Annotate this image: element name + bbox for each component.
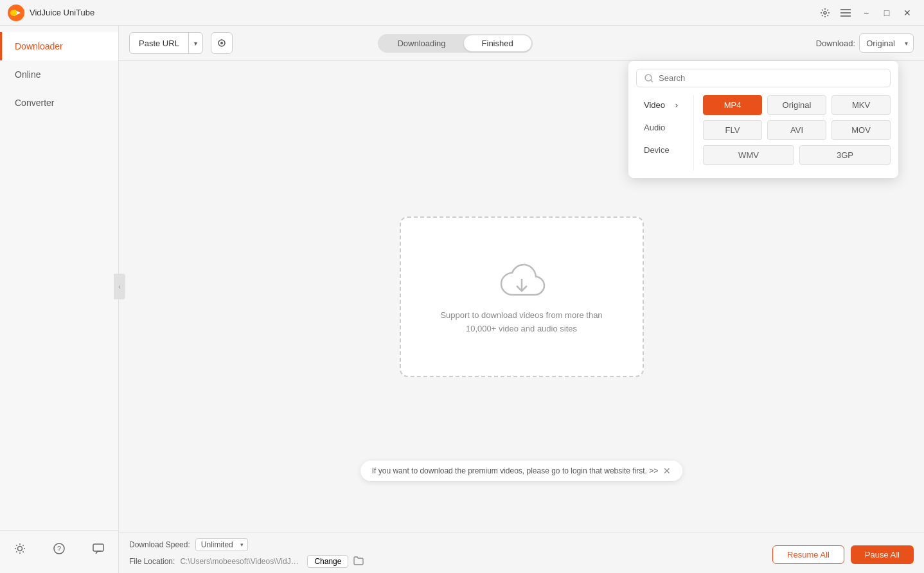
paste-url-container: Paste URL ▾	[129, 32, 203, 54]
toolbar: Paste URL ▾ Downloading Finished Do	[119, 26, 924, 61]
format-flv[interactable]: FLV	[703, 120, 762, 140]
format-original[interactable]: Original	[767, 95, 826, 115]
svg-point-20	[220, 42, 223, 44]
category-device[interactable]: Device	[636, 140, 686, 160]
tab-toggle: Downloading Finished	[378, 34, 532, 53]
file-path: C:\Users\mobeesoft\Videos\VidJuice	[180, 557, 302, 566]
format-row-3: WMV 3GP	[703, 145, 891, 165]
app-title: VidJuice UniTube	[30, 8, 94, 17]
change-location-button[interactable]: Change	[307, 555, 348, 568]
search-input[interactable]	[659, 73, 882, 83]
maximize-button[interactable]: □	[878, 4, 896, 22]
format-row-2: FLV AVI MOV	[703, 120, 891, 140]
sidebar-item-downloader[interactable]: Downloader	[0, 32, 118, 60]
format-mkv[interactable]: MKV	[831, 95, 891, 115]
info-text: If you want to download the premium vide…	[372, 466, 659, 475]
sidebar-bottom: ?	[0, 530, 118, 567]
svg-line-15	[16, 551, 17, 552]
paste-url-button[interactable]: Paste URL	[130, 33, 189, 53]
close-button[interactable]: ✕	[898, 4, 916, 22]
title-bar-controls: − □ ✕	[816, 4, 916, 22]
main-content: Paste URL ▾ Downloading Finished Do	[119, 26, 924, 573]
app-body: Downloader Online Converter	[0, 26, 924, 573]
format-categories: Video › Audio Device	[636, 95, 694, 170]
svg-line-22	[651, 80, 653, 82]
resume-all-button[interactable]: Resume All	[772, 545, 844, 564]
speed-dropdown[interactable]: Unlimited ▾	[195, 538, 248, 551]
app-logo	[8, 4, 24, 21]
search-icon	[644, 74, 653, 83]
svg-rect-18	[93, 544, 103, 551]
format-body: Video › Audio Device MP4 Original MKV	[636, 95, 891, 170]
svg-text:?: ?	[57, 545, 61, 552]
folder-icon[interactable]	[353, 556, 364, 567]
paste-url-dropdown-arrow[interactable]: ▾	[189, 40, 202, 47]
format-options: MP4 Original MKV FLV AVI MOV WMV 3GP	[694, 95, 891, 170]
format-avi[interactable]: AVI	[767, 120, 826, 140]
settings-button[interactable]	[816, 4, 834, 22]
sidebar-item-converter[interactable]: Converter	[0, 89, 118, 117]
info-bar: If you want to download the premium vide…	[360, 461, 683, 481]
svg-line-14	[22, 545, 23, 545]
chat-button[interactable]	[88, 538, 109, 559]
format-3gp[interactable]: 3GP	[799, 145, 891, 165]
format-mp4[interactable]: MP4	[703, 95, 762, 115]
sidebar: Downloader Online Converter	[0, 26, 119, 573]
format-row-1: MP4 Original MKV	[703, 95, 891, 115]
download-selector: Download: Original ▾	[816, 33, 914, 53]
minimize-button[interactable]: −	[857, 4, 875, 22]
svg-point-7	[17, 547, 22, 551]
speed-label: Download Speed:	[129, 540, 190, 549]
record-button[interactable]	[211, 32, 233, 54]
svg-line-12	[16, 545, 17, 545]
title-bar: VidJuice UniTube − □ ✕	[0, 0, 924, 26]
pause-all-button[interactable]: Pause All	[851, 545, 914, 564]
drop-zone: Support to download videos from more tha…	[400, 216, 644, 377]
download-label: Download:	[816, 39, 855, 48]
location-label: File Location:	[129, 557, 175, 566]
sidebar-item-online[interactable]: Online	[0, 60, 118, 89]
download-dropdown[interactable]: Original ▾	[859, 33, 914, 53]
action-buttons: Resume All Pause All	[772, 545, 914, 564]
search-box	[636, 69, 891, 87]
svg-point-21	[645, 75, 652, 81]
drop-zone-text: Support to download videos from more tha…	[440, 309, 602, 336]
svg-point-3	[824, 12, 826, 14]
tab-finished[interactable]: Finished	[464, 35, 531, 51]
sidebar-collapse-button[interactable]: ‹	[114, 274, 125, 299]
title-bar-left: VidJuice UniTube	[8, 4, 94, 21]
svg-point-2	[10, 10, 17, 16]
format-mov[interactable]: MOV	[831, 120, 891, 140]
format-wmv[interactable]: WMV	[703, 145, 794, 165]
tab-downloading[interactable]: Downloading	[379, 35, 463, 51]
category-audio[interactable]: Audio	[636, 118, 686, 137]
menu-button[interactable]	[837, 4, 855, 22]
help-button[interactable]: ?	[49, 538, 69, 559]
format-dropdown: Video › Audio Device MP4 Original MKV	[628, 61, 898, 178]
theme-button[interactable]	[10, 538, 30, 559]
cloud-download-icon	[496, 258, 547, 300]
category-video[interactable]: Video ›	[636, 95, 686, 115]
svg-line-13	[22, 551, 23, 552]
info-close-button[interactable]: ✕	[663, 466, 671, 476]
